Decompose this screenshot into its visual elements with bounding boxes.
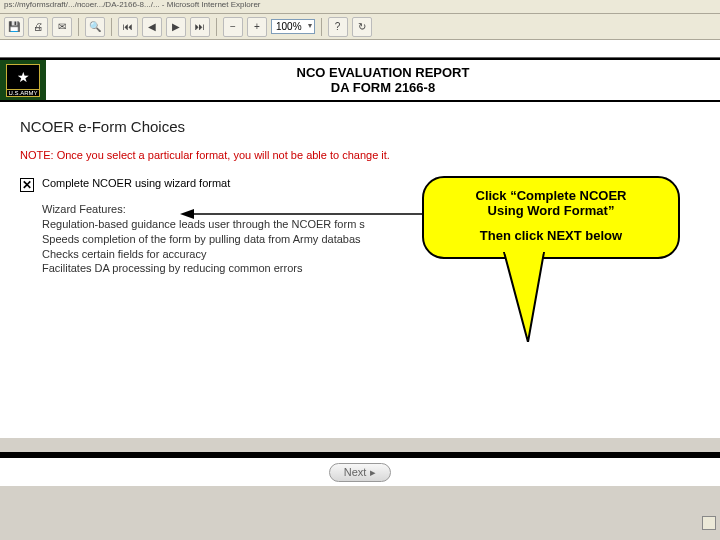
note-body: Once you select a particular format, you… — [57, 149, 390, 161]
star-icon: ★ — [17, 69, 30, 85]
army-logo-label: U.S.ARMY — [6, 90, 40, 97]
toolbar-separator — [78, 18, 79, 36]
toolbar-find-icon[interactable]: 🔍 — [85, 17, 105, 37]
toolbar-refresh-icon[interactable]: ↻ — [352, 17, 372, 37]
toolbar-separator — [321, 18, 322, 36]
toolbar-zoom-out-icon[interactable]: − — [223, 17, 243, 37]
form-banner: ★ U.S.ARMY NCO EVALUATION REPORT DA FORM… — [0, 58, 720, 102]
note-text: NOTE: Once you select a particular forma… — [20, 149, 700, 161]
next-button[interactable]: Next ▸ — [329, 463, 392, 482]
toolbar-separator — [216, 18, 217, 36]
checkbox-wizard[interactable]: ✕ — [20, 178, 34, 192]
army-logo: ★ U.S.ARMY — [0, 60, 46, 100]
footer-bar: Next ▸ — [0, 452, 720, 486]
note-label: NOTE: — [20, 149, 54, 161]
svg-marker-1 — [180, 209, 194, 219]
callout-bubble: Click “Complete NCOER Using Word Format”… — [422, 176, 680, 259]
status-strip — [0, 486, 720, 524]
annotation-arrow — [180, 204, 430, 224]
scroll-corner — [702, 516, 716, 530]
feature-item: Facilitates DA processing by reducing co… — [42, 261, 700, 276]
banner-title-line1: NCO EVALUATION REPORT — [297, 65, 470, 80]
spacer-bar — [0, 40, 720, 58]
callout-tail — [494, 252, 574, 342]
toolbar-last-icon[interactable]: ⏭ — [190, 17, 210, 37]
section-title: NCOER e-Form Choices — [20, 118, 700, 135]
toolbar-save-icon[interactable]: 💾 — [4, 17, 24, 37]
browser-toolbar: 💾 🖨 ✉ 🔍 ⏮ ◀ ▶ ⏭ − + 100% ? ↻ — [0, 14, 720, 40]
toolbar-zoom-in-icon[interactable]: + — [247, 17, 267, 37]
instruction-callout: Click “Complete NCOER Using Word Format”… — [422, 176, 680, 259]
callout-line3: Then click NEXT below — [436, 228, 666, 243]
toolbar-print-icon[interactable]: 🖨 — [28, 17, 48, 37]
checkbox-wizard-label: Complete NCOER using wizard format — [42, 177, 230, 189]
callout-line2: Using Word Format” — [436, 203, 666, 218]
toolbar-separator — [111, 18, 112, 36]
form-content: NCOER e-Form Choices NOTE: Once you sele… — [0, 102, 720, 438]
toolbar-first-icon[interactable]: ⏮ — [118, 17, 138, 37]
next-button-label: Next — [344, 466, 367, 478]
toolbar-prev-icon[interactable]: ◀ — [142, 17, 162, 37]
zoom-select[interactable]: 100% — [271, 19, 315, 34]
toolbar-help-icon[interactable]: ? — [328, 17, 348, 37]
toolbar-next-icon[interactable]: ▶ — [166, 17, 186, 37]
window-titlebar: ps://myformsdraft/.../ncoer.../DA-2166-8… — [0, 0, 720, 14]
chevron-right-icon: ▸ — [370, 466, 376, 479]
toolbar-mail-icon[interactable]: ✉ — [52, 17, 72, 37]
callout-line1: Click “Complete NCOER — [436, 188, 666, 203]
banner-title-line2: DA FORM 2166-8 — [331, 80, 435, 95]
